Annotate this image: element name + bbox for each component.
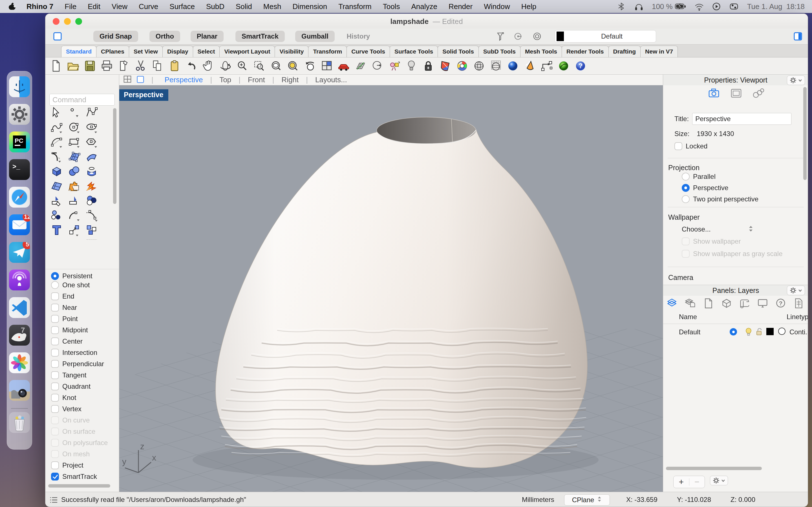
dock-item-telegram[interactable]: 5	[9, 242, 30, 263]
checkbox-near[interactable]	[51, 304, 59, 312]
osnap-check-center[interactable]: Center	[51, 337, 83, 346]
toolbar-lightbulb-icon[interactable]	[405, 59, 418, 73]
selection-filter-icon[interactable]	[495, 32, 505, 42]
scroll-icon[interactable]	[738, 297, 750, 310]
projection-two-point-perspective[interactable]: Two point perspective	[682, 195, 758, 203]
menu-item-file[interactable]: File	[64, 2, 77, 11]
bluetooth-icon[interactable]	[617, 2, 626, 11]
menu-item-edit[interactable]: Edit	[88, 2, 100, 11]
dock-item-mail[interactable]: 12	[9, 214, 30, 235]
toolbar-copy-icon[interactable]	[151, 59, 164, 73]
command-history-icon[interactable]	[49, 496, 58, 505]
tab-surface-tools[interactable]: Surface Tools	[390, 46, 438, 57]
tool-spheres[interactable]	[67, 165, 82, 178]
display-icon[interactable]	[756, 297, 768, 310]
tool-move-copy[interactable]	[67, 223, 82, 237]
tool-group[interactable]	[85, 238, 100, 240]
osnap-check-perpendicular[interactable]: Perpendicular	[51, 359, 104, 369]
camera-icon[interactable]	[708, 87, 720, 101]
tool-curve-points[interactable]	[50, 209, 64, 222]
viewport-title-input[interactable]	[692, 113, 792, 125]
tool-boolean-circles[interactable]	[85, 194, 100, 208]
radio-persistent[interactable]	[51, 272, 59, 280]
gumball-icon[interactable]	[532, 32, 542, 42]
checkbox-vertex[interactable]	[51, 405, 59, 413]
viewport-tab-front[interactable]: Front	[241, 75, 272, 84]
layer-material-swatch[interactable]	[778, 328, 785, 335]
viewport-badge[interactable]: Perspective	[119, 89, 168, 101]
panel-toggle-right-icon[interactable]	[793, 32, 803, 42]
layers-icon[interactable]	[666, 297, 678, 310]
toolbar-ghosted-sphere-icon[interactable]	[489, 59, 503, 73]
menu-item-curve[interactable]: Curve	[139, 2, 158, 11]
dock-item-trash[interactable]	[9, 412, 30, 433]
toolbar-rotate-view-icon[interactable]	[218, 59, 232, 73]
command-input[interactable]	[49, 94, 115, 106]
tool-polygon[interactable]	[85, 135, 100, 149]
dock-item-vscode[interactable]	[9, 297, 30, 318]
toolbar-copy-stamp-icon[interactable]	[117, 59, 131, 73]
sublayers-icon[interactable]	[684, 297, 696, 310]
tool-split[interactable]	[67, 194, 82, 208]
layer-lock-icon[interactable]	[755, 327, 764, 338]
viewport-tab-top[interactable]: Top	[212, 75, 239, 84]
apple-menu-icon[interactable]	[7, 2, 17, 11]
dock-item-finder[interactable]	[9, 76, 30, 97]
osnap-check-near[interactable]: Near	[51, 303, 77, 313]
cplane-select[interactable]: CPlane	[564, 494, 610, 506]
tool-rectangle[interactable]	[67, 135, 82, 149]
tool-ellipse[interactable]	[85, 121, 100, 134]
menu-item-solid[interactable]: Solid	[236, 2, 252, 11]
tab-standard[interactable]: Standard	[61, 46, 96, 57]
column-name[interactable]: Name	[679, 313, 697, 321]
tool-explode[interactable]	[85, 179, 100, 193]
checkbox-perpendicular[interactable]	[51, 360, 59, 368]
layers-hscrollbar[interactable]	[666, 467, 762, 470]
checkbox-quadrant[interactable]	[51, 383, 59, 390]
osnap-check-tangent[interactable]: Tangent	[51, 371, 86, 380]
tool-select-arrow[interactable]	[50, 106, 64, 120]
play-circle-icon[interactable]	[712, 2, 721, 11]
wallpaper-choose[interactable]: Choose...	[682, 225, 754, 233]
checkbox-center[interactable]	[51, 337, 59, 345]
column-linetype[interactable]: Linetype	[786, 313, 808, 321]
toolbar-shaded-viewport-icon[interactable]	[439, 59, 452, 73]
tab-cplanes[interactable]: CPlanes	[96, 46, 129, 57]
properties-gear-button[interactable]	[787, 75, 805, 85]
layer-visible-icon[interactable]	[744, 327, 753, 338]
toolbar-rendered-sphere-icon[interactable]	[506, 59, 520, 73]
toolbar-wireframe-sphere-icon[interactable]	[472, 59, 486, 73]
add-layer-button[interactable]: +	[673, 477, 689, 487]
osnap-check-project[interactable]: Project	[51, 460, 84, 470]
tab-select[interactable]: Select	[193, 46, 220, 57]
locked-checkbox[interactable]	[674, 142, 682, 150]
checkbox-end[interactable]	[51, 292, 59, 300]
menu-item-dimension[interactable]: Dimension	[292, 2, 327, 11]
layers-footer-gear-button[interactable]	[710, 476, 728, 485]
osnap-check-point[interactable]: Point	[51, 314, 78, 324]
layers-gear-button[interactable]	[787, 286, 805, 295]
tab-drafting[interactable]: Drafting	[608, 46, 641, 57]
radio-perspective[interactable]	[682, 184, 690, 192]
dock-item-terminal[interactable]: >_	[9, 159, 30, 180]
control-center-icon[interactable]	[730, 2, 739, 11]
single-viewport-toggle-icon[interactable]	[136, 75, 145, 85]
dock-item-photos[interactable]	[9, 352, 30, 373]
checkbox-midpoint[interactable]	[51, 326, 59, 334]
menu-item-tools[interactable]: Tools	[383, 2, 400, 11]
current-layer-combo[interactable]: Default	[555, 30, 656, 43]
toolbar-four-viewports-icon[interactable]	[320, 59, 334, 73]
tool-trim[interactable]	[50, 194, 64, 208]
projection-perspective[interactable]: Perspective	[682, 184, 728, 192]
toggle-grid-snap[interactable]: Grid Snap	[93, 31, 138, 42]
tool-text[interactable]	[50, 223, 64, 237]
toolbar-options-car-icon[interactable]	[337, 59, 350, 73]
toolbar-zoom-extents-icon[interactable]	[286, 59, 300, 73]
tool-offset[interactable]	[50, 238, 64, 240]
dock-item-image-viewer[interactable]	[9, 380, 30, 401]
projection-parallel[interactable]: Parallel	[682, 173, 716, 180]
tab-render-tools[interactable]: Render Tools	[562, 46, 609, 57]
toggle-ortho[interactable]: Ortho	[149, 31, 180, 42]
osnap-check-intersection[interactable]: Intersection	[51, 348, 97, 357]
radio-two-point-perspective[interactable]	[682, 195, 690, 203]
